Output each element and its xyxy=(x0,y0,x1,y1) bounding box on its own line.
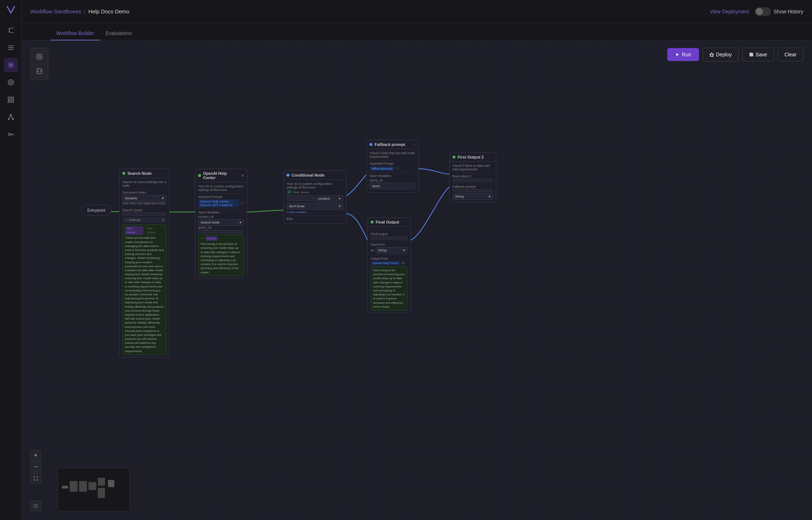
openai-info-icon[interactable]: ⓘ xyxy=(241,201,244,206)
conditional-field-input[interactable] xyxy=(287,195,314,201)
zoom-in-button[interactable]: + xyxy=(30,450,41,461)
openai-node-close[interactable]: ✕ xyxy=(241,174,244,178)
history-tool[interactable] xyxy=(30,500,41,511)
svg-point-16 xyxy=(8,133,11,136)
canvas-toolbar: Run Deploy Save Clear xyxy=(667,48,803,61)
fallback-query-str-label: query_str xyxy=(370,178,415,182)
app-logo[interactable] xyxy=(4,4,17,17)
conditional-value-select[interactable]: don't know▾ xyxy=(287,203,343,209)
search-node-dot xyxy=(122,172,125,175)
final-input-from-label: Input from xyxy=(371,241,407,247)
clear-button[interactable]: Clear xyxy=(778,48,803,61)
show-history-toggle-wrap: Show History xyxy=(755,7,803,16)
tab-workflow-builder[interactable]: Workflow Builder xyxy=(51,27,100,40)
fallback-prompt-node[interactable]: Fallback prompt − Check if field that ha… xyxy=(366,140,419,193)
openai-query-input[interactable] xyxy=(198,230,244,233)
raw-result-tab[interactable]: Raw Result xyxy=(145,226,164,235)
sidebar-key-icon[interactable] xyxy=(4,127,18,142)
openai-prompt-tag[interactable]: OpenAI Help Center - OpenAI GPT 4 (and 5… xyxy=(198,199,239,207)
search-node[interactable]: Search Node Search or insert settings in… xyxy=(119,169,170,358)
openai-node-subtitle: Your ID or custom configuration settings… xyxy=(198,185,244,192)
search-node-query-input[interactable] xyxy=(122,213,166,216)
deploy-button[interactable]: Deploy xyxy=(703,48,739,61)
final-type-prefix: as xyxy=(371,248,374,252)
breadcrumb-current: Help Docs Demo xyxy=(88,8,129,14)
search-node-index-select[interactable]: Dynamic▾ xyxy=(122,195,166,202)
minimap-node-fallback xyxy=(98,478,105,486)
openai-help-center-node[interactable]: OpenAI Help Center ✕ Your ID or custom c… xyxy=(195,169,247,279)
search-node-subtitle: Search or insert settings into a node xyxy=(122,180,166,187)
conditional-group-btn[interactable]: Group xyxy=(301,191,309,194)
svg-marker-20 xyxy=(676,53,679,56)
svg-point-5 xyxy=(8,80,13,85)
add-condition-btn[interactable]: + Add condition xyxy=(287,211,343,214)
final-output-node-dot xyxy=(371,221,374,224)
sidebar-grid-icon[interactable] xyxy=(4,92,18,107)
fallback-node-minus[interactable]: − xyxy=(413,143,415,147)
select-tool[interactable] xyxy=(33,50,46,63)
show-history-toggle[interactable] xyxy=(755,7,771,16)
svg-line-15 xyxy=(11,116,13,118)
fit-view-button[interactable] xyxy=(30,473,41,484)
minimap-node-search xyxy=(70,481,78,492)
code-tool[interactable] xyxy=(33,65,46,78)
zoom-out-button[interactable]: − xyxy=(30,462,41,472)
sidebar-workflow-icon[interactable] xyxy=(4,58,18,72)
tab-evaluations[interactable]: Evaluations xyxy=(100,27,137,40)
breadcrumb-parent[interactable]: Workflow Sandboxes xyxy=(30,8,81,14)
openai-prompt-row: OpenAI Help Center - OpenAI GPT 4 (and 5… xyxy=(198,199,244,207)
final-output-field[interactable] xyxy=(371,237,407,239)
entrypoint-node[interactable]: Entrypoint xyxy=(81,205,112,216)
sidebar-nodes-icon[interactable] xyxy=(4,110,18,124)
view-deployment-link[interactable]: View Deployment xyxy=(710,9,749,14)
conditional-node[interactable]: Conditional Node Your ID or custom confi… xyxy=(283,170,346,224)
openai-input-vars-label: Input Variables xyxy=(198,209,244,215)
svg-rect-10 xyxy=(11,100,13,103)
final-output-node[interactable]: Final Output Final output Input from as … xyxy=(367,217,411,313)
conditional-op-select[interactable]: contains▾ xyxy=(315,195,343,202)
breadcrumb-separator: / xyxy=(84,8,86,14)
first-output-label: final-output-1 xyxy=(453,173,493,179)
first-output-input[interactable] xyxy=(453,179,493,182)
final-output-settings[interactable]: ⚙ xyxy=(402,261,405,265)
save-button[interactable]: Save xyxy=(742,48,774,61)
first-output-fallback-input[interactable] xyxy=(453,189,493,192)
entrypoint-label: Entrypoint xyxy=(87,208,105,212)
svg-rect-21 xyxy=(751,55,752,56)
sidebar-circle-icon[interactable] xyxy=(4,75,18,90)
search-result-text: These are test data and model checkpoint… xyxy=(125,236,164,353)
fallback-query-input[interactable]: query xyxy=(370,183,415,189)
first-output-node[interactable]: First Output 2 Check if there is data wi… xyxy=(449,152,496,202)
search-node-title: Search Node xyxy=(127,171,152,176)
openai-result-check: ✓ xyxy=(201,236,204,241)
conditional-if-row: If Rule Group xyxy=(287,190,343,194)
openai-node-title: OpenAI Help Center xyxy=(203,171,239,180)
svg-point-24 xyxy=(38,56,40,58)
search-node-body: Search or insert settings into a node Do… xyxy=(119,178,169,357)
openai-contact-select[interactable]: Search Node▾ xyxy=(198,219,244,226)
final-type-select[interactable]: String▾ xyxy=(376,247,407,254)
minimap-node-entrypoint xyxy=(62,486,68,489)
fallback-prompt-tag[interactable]: fallbackprompt xyxy=(370,166,394,171)
minimap xyxy=(58,468,130,511)
workflow-canvas-wrap[interactable]: Run Deploy Save Clear xyxy=(22,40,812,520)
sidebar-text-icon[interactable] xyxy=(4,23,18,38)
fallback-info-icon[interactable]: ⓘ xyxy=(396,166,399,171)
sidebar-list-icon[interactable] xyxy=(4,40,18,55)
first-output-node-header: First Output 2 xyxy=(450,153,496,162)
first-output-subtitle: Check if there is data with edit require… xyxy=(453,164,493,171)
fallback-imported-prompt-label: Imported Prompt xyxy=(370,160,415,166)
fallback-input-vars-label: Input Variables xyxy=(370,172,415,178)
first-output-type-select[interactable]: String▾ xyxy=(453,193,493,200)
fallback-node-subtitle: Check if field that has edit mark requir… xyxy=(370,151,415,159)
svg-point-26 xyxy=(126,220,126,220)
test-result-tab[interactable]: Test Result xyxy=(125,226,143,235)
openai-query-label: query_str xyxy=(198,226,244,229)
openai-result-box: ✓ Result Fine-tuning is the process of e… xyxy=(198,234,244,276)
run-button[interactable]: Run xyxy=(667,48,699,61)
conditional-rule-btn[interactable]: Rule xyxy=(293,191,299,194)
conditional-if-tag[interactable]: If xyxy=(287,190,292,194)
openai-node-dot xyxy=(198,174,201,177)
svg-point-4 xyxy=(10,64,12,66)
search-node-settings[interactable]: Settings ▾ xyxy=(122,217,166,223)
